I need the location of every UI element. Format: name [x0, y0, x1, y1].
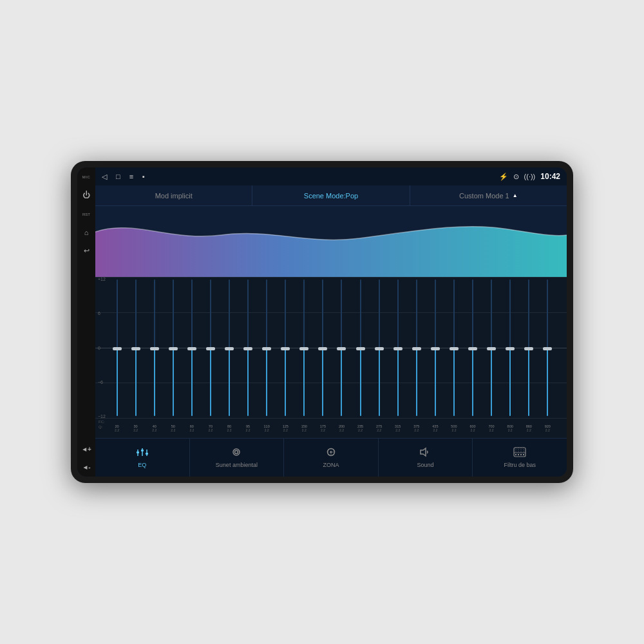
mode-scene[interactable]: Scene Mode:Pop — [252, 185, 410, 205]
slider-handle-375[interactable] — [412, 347, 421, 350]
slider-col-500[interactable] — [445, 277, 462, 419]
slider-col-125[interactable] — [277, 277, 294, 419]
slider-handle-70[interactable] — [206, 347, 215, 350]
home-button[interactable]: ⌂ — [80, 227, 92, 238]
slider-col-150[interactable] — [296, 277, 313, 419]
freq-label-860: 860 — [526, 424, 532, 429]
recent-nav-icon[interactable]: ▪ — [142, 173, 145, 180]
slider-col-50[interactable] — [164, 277, 182, 419]
slider-col-435[interactable] — [426, 277, 444, 419]
slider-col-275[interactable] — [370, 277, 388, 419]
slider-col-60[interactable] — [183, 277, 200, 419]
slider-col-80[interactable] — [220, 277, 238, 419]
nav-sound[interactable]: Sound — [379, 439, 473, 477]
slider-col-920[interactable] — [539, 277, 556, 419]
q-label-20: 2.2 — [115, 428, 119, 432]
home-nav-icon[interactable]: □ — [116, 173, 120, 180]
slider-col-200[interactable] — [333, 277, 350, 419]
slider-handle-235[interactable] — [356, 347, 365, 350]
slider-handle-200[interactable] — [337, 347, 346, 350]
mode-bar: Mod implicit Scene Mode:Pop Custom Mode … — [95, 185, 567, 206]
nav-eq-label: EQ — [138, 462, 146, 468]
label-col-175: 1752.2 — [314, 419, 332, 438]
freq-label-275: 275 — [376, 424, 382, 429]
slider-col-315[interactable] — [389, 277, 406, 419]
q-label-315: 2.2 — [395, 428, 400, 432]
mode-implicit[interactable]: Mod implicit — [95, 185, 252, 205]
slider-track-500 — [453, 279, 455, 416]
slider-col-860[interactable] — [520, 277, 538, 419]
slider-col-800[interactable] — [502, 277, 519, 419]
q-label-800: 2.2 — [508, 428, 513, 432]
slider-handle-700[interactable] — [487, 347, 496, 350]
slider-handle-60[interactable] — [187, 347, 196, 350]
slider-handle-275[interactable] — [375, 347, 384, 350]
slider-col-30[interactable] — [127, 277, 144, 419]
svg-point-6 — [235, 451, 238, 454]
q-label-435: 2.2 — [433, 428, 437, 432]
slider-col-175[interactable] — [314, 277, 332, 419]
bottom-nav: EQ Sunet ambiental — [95, 438, 567, 477]
slider-handle-110[interactable] — [262, 347, 271, 350]
q-label-700: 2.2 — [489, 428, 494, 432]
label-col-95: 952.2 — [240, 419, 257, 438]
slider-handle-30[interactable] — [131, 347, 140, 350]
q-label-30: 2.2 — [133, 428, 138, 432]
slider-col-375[interactable] — [408, 277, 425, 419]
freq-label-110: 110 — [264, 424, 270, 429]
q-label-200: 2.2 — [339, 428, 344, 432]
slider-handle-125[interactable] — [281, 347, 290, 350]
slider-handle-50[interactable] — [169, 347, 178, 350]
back-nav-icon[interactable]: ◁ — [102, 173, 107, 181]
rst-label: RST — [80, 209, 92, 220]
slider-handle-920[interactable] — [543, 347, 552, 350]
q-label-600: 2.2 — [471, 428, 475, 432]
slider-col-700[interactable] — [483, 277, 500, 419]
nav-eq[interactable]: EQ — [95, 439, 190, 477]
slider-col-40[interactable] — [146, 277, 163, 419]
vol-down-button[interactable]: ◄- — [80, 461, 92, 473]
slider-handle-95[interactable] — [243, 347, 252, 350]
label-col-315: 3152.2 — [389, 419, 406, 438]
mode-custom[interactable]: Custom Mode 1 ▲ — [410, 185, 567, 205]
scale-6-neg: −6 — [98, 380, 106, 384]
slider-handle-315[interactable] — [393, 347, 402, 350]
slider-handle-80[interactable] — [225, 347, 234, 350]
scale-12-neg: −12 — [98, 414, 106, 419]
sound-icon — [419, 447, 432, 460]
menu-nav-icon[interactable]: ≡ — [129, 173, 133, 180]
slider-handle-40[interactable] — [150, 347, 159, 350]
slider-handle-860[interactable] — [524, 347, 533, 350]
svg-rect-16 — [520, 454, 522, 455]
slider-handle-175[interactable] — [318, 347, 327, 350]
slider-track-60 — [191, 279, 193, 416]
slider-handle-20[interactable] — [113, 347, 122, 350]
slider-col-70[interactable] — [202, 277, 219, 419]
slider-track-175 — [322, 279, 323, 416]
vol-up-button[interactable]: ◄+ — [80, 443, 92, 455]
nav-bass[interactable]: Filtru de bas — [473, 439, 567, 477]
slider-track-95 — [247, 279, 249, 416]
label-col-30: 302.2 — [127, 419, 144, 438]
freq-label-150: 150 — [301, 424, 307, 429]
slider-col-95[interactable] — [240, 277, 257, 419]
slider-track-20 — [117, 279, 118, 416]
slider-handle-500[interactable] — [450, 347, 459, 350]
nav-zona[interactable]: ZONA — [284, 439, 379, 477]
slider-col-110[interactable] — [258, 277, 276, 419]
back-button[interactable]: ↩ — [80, 245, 92, 256]
slider-handle-150[interactable] — [299, 347, 308, 350]
power-button[interactable]: ⏻ — [80, 189, 92, 201]
slider-col-235[interactable] — [352, 277, 369, 419]
slider-handle-600[interactable] — [468, 347, 477, 350]
slider-col-20[interactable] — [108, 277, 126, 419]
scale-0: 0 — [98, 346, 106, 350]
slider-handle-435[interactable] — [431, 347, 440, 350]
slider-handle-800[interactable] — [506, 347, 515, 350]
freq-label-50: 50 — [171, 424, 175, 429]
slider-col-600[interactable] — [464, 277, 481, 419]
nav-ambient[interactable]: Sunet ambiental — [190, 439, 285, 477]
slider-track-110 — [266, 279, 267, 416]
label-col-40: 402.2 — [146, 419, 163, 438]
freq-label-920: 920 — [545, 424, 551, 429]
